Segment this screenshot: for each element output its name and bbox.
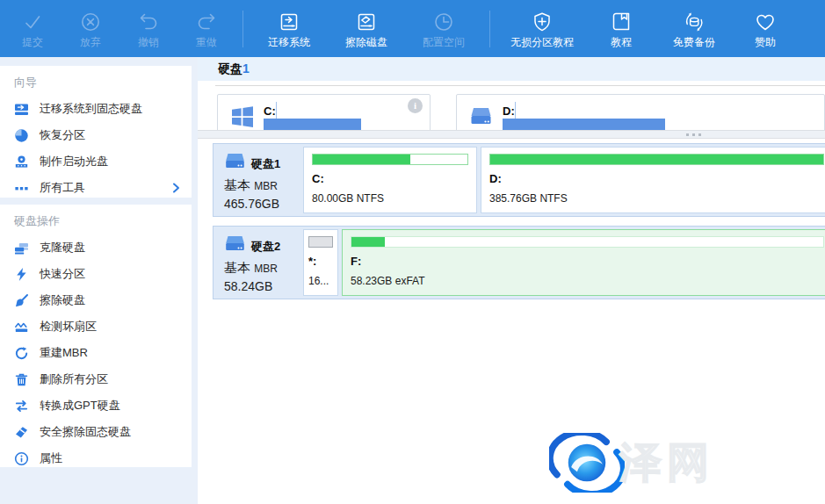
book-icon	[610, 11, 633, 33]
windows-logo-icon	[230, 104, 257, 130]
toolbar-separator	[489, 11, 490, 47]
partition-block-f[interactable]: F: 58.23GB exFAT	[342, 229, 825, 296]
partition-block-c[interactable]: C: 80.00GB NTFS	[303, 147, 477, 213]
sidebar-section-disk-operations: 硬盘操作 克隆硬盘 快速分区 擦除硬盘 检测坏扇区 重建MBR 删除所有分区	[0, 205, 192, 467]
panel-splitter[interactable]	[198, 130, 825, 139]
toolbar-button-label: 迁移系统	[268, 37, 310, 48]
partition-label: *:	[308, 255, 333, 268]
partition-label: C:	[312, 172, 468, 185]
free-backup-button[interactable]: 免费备份	[655, 4, 733, 54]
wipe-disk-button[interactable]: 擦除磁盘	[328, 4, 405, 54]
wipe-disk-icon	[355, 11, 378, 33]
sidebar-item-label: 属性	[40, 450, 62, 466]
allocate-space-icon	[432, 11, 455, 33]
sidebar-item-make-bootable-media[interactable]: 制作启动光盘	[0, 148, 192, 175]
migrate-disk-icon	[278, 11, 300, 33]
volume-usage-bar	[264, 102, 421, 130]
discard-button[interactable]: 放弃	[62, 4, 119, 54]
toolbar-button-label: 放弃	[80, 37, 101, 48]
toolbar-button-label: 撤销	[138, 37, 159, 48]
partition-detail: 58.23GB exFAT	[351, 275, 824, 287]
disk-row-1: 硬盘1 基本 MBR 465.76GB C: 80.00GB NTFS D: 3…	[213, 143, 825, 217]
disk-scheme: MBR	[254, 263, 278, 275]
rebuild-mbr-icon	[14, 346, 29, 361]
sidebar-item-quick-partition[interactable]: 快速分区	[0, 261, 192, 287]
partition-usage-bar	[312, 154, 468, 165]
info-icon[interactable]: i	[408, 98, 423, 113]
redo-button[interactable]: 重做	[177, 4, 235, 54]
tab-disk1-number: 1	[242, 61, 250, 76]
secure-erase-icon	[14, 425, 29, 440]
disk-size: 465.76GB	[224, 197, 303, 211]
partition-usage-bar	[489, 154, 824, 165]
sidebar-item-label: 重建MBR	[40, 345, 88, 361]
partition-usage-bar	[308, 236, 333, 248]
partition-detail: 80.00GB NTFS	[312, 192, 468, 205]
undo-icon	[137, 11, 160, 33]
toolbar-button-label: 无损分区教程	[510, 37, 574, 48]
tab-disk1[interactable]: 硬盘1	[218, 61, 250, 77]
quick-partition-icon	[14, 267, 29, 282]
main-panel: 硬盘1 C: i D:	[198, 57, 825, 504]
sidebar-item-properties[interactable]: 属性	[0, 445, 192, 472]
sidebar-item-secure-erase-ssd[interactable]: 安全擦除固态硬盘	[0, 419, 192, 445]
toolbar-button-label: 配置空间	[423, 37, 465, 48]
sidebar-item-wipe-hard-drive[interactable]: 擦除硬盘	[0, 287, 192, 313]
sidebar-item-check-bad-sectors[interactable]: 检测坏扇区	[0, 313, 192, 340]
sidebar-item-rebuild-mbr[interactable]: 重建MBR	[0, 340, 192, 366]
sidebar-item-clone-disk[interactable]: 克隆硬盘	[0, 234, 192, 261]
sidebar-item-label: 制作启动光盘	[40, 154, 108, 169]
watermark-logo-icon	[549, 433, 625, 493]
sidebar-section-wizards: 向导 迁移系统到固态硬盘 恢复分区 制作启动光盘 所有工具	[0, 66, 192, 198]
sidebar-item-recover-partition[interactable]: 恢复分区	[0, 122, 192, 148]
partition-detail: 385.76GB NTFS	[489, 192, 824, 205]
disk-type: 基本 MBR	[224, 177, 303, 194]
partition-label: D:	[489, 172, 824, 185]
sidebar-item-label: 快速分区	[40, 266, 85, 282]
migrate-ssd-icon	[14, 102, 29, 117]
tab-disk1-prefix: 硬盘	[218, 61, 242, 76]
sidebar-item-convert-to-gpt[interactable]: 转换成GPT硬盘	[0, 392, 192, 419]
partition-label: F:	[351, 255, 824, 268]
sidebar-item-all-tools[interactable]: 所有工具	[0, 175, 192, 201]
sidebar-item-migrate-os-to-ssd[interactable]: 迁移系统到固态硬盘	[0, 96, 192, 122]
tutorial-button[interactable]: 教程	[587, 4, 655, 54]
clone-disk-icon	[14, 241, 29, 256]
partition-block-unformatted[interactable]: *: 16...	[303, 229, 338, 296]
disk-tab-strip: 硬盘1	[198, 57, 825, 81]
donate-button[interactable]: 赞助	[733, 4, 798, 54]
disk-scheme: MBR	[254, 180, 278, 192]
volume-card-d[interactable]: D:	[456, 94, 825, 130]
partition-block-d[interactable]: D: 385.76GB NTFS	[481, 147, 825, 213]
check-icon	[21, 11, 44, 33]
sidebar-item-label: 安全擦除固态硬盘	[40, 424, 131, 440]
chevron-right-icon	[170, 182, 181, 194]
migrate-os-button[interactable]: 迁移系统	[250, 4, 328, 54]
sidebar-item-label: 检测坏扇区	[40, 319, 97, 335]
partition-tutorial-button[interactable]: 无损分区教程	[497, 4, 587, 54]
toolbar-button-label: 赞助	[755, 37, 776, 48]
sidebar-item-delete-all-partitions[interactable]: 删除所有分区	[0, 366, 192, 392]
undo-button[interactable]: 撤销	[119, 4, 177, 54]
hard-disk-icon	[224, 153, 246, 175]
disk-info[interactable]: 硬盘1 基本 MBR 465.76GB	[215, 146, 303, 214]
volume-usage-bar	[503, 102, 815, 130]
submit-button[interactable]: 提交	[4, 4, 62, 54]
splitter-handle-icon	[686, 133, 701, 136]
properties-icon	[14, 451, 29, 466]
partition-usage-bar	[351, 236, 824, 248]
volume-overview-strip: C: i D:	[198, 86, 825, 130]
disk-style: 基本	[224, 260, 250, 275]
disk-size: 58.24GB	[224, 279, 303, 293]
sidebar-section-title: 硬盘操作	[0, 205, 192, 234]
volume-card-c[interactable]: C: i	[217, 94, 431, 130]
allocate-space-button[interactable]: 配置空间	[405, 4, 482, 54]
hard-drive-icon	[469, 104, 496, 130]
toolbar-button-label: 重做	[196, 37, 217, 48]
redo-icon	[195, 11, 218, 33]
wipe-hdd-icon	[14, 293, 29, 308]
disk-info[interactable]: 硬盘2 基本 MBR 58.24GB	[215, 228, 303, 297]
all-tools-icon	[14, 181, 29, 196]
disk-style: 基本	[224, 177, 250, 192]
disk-name: 硬盘1	[251, 156, 280, 172]
